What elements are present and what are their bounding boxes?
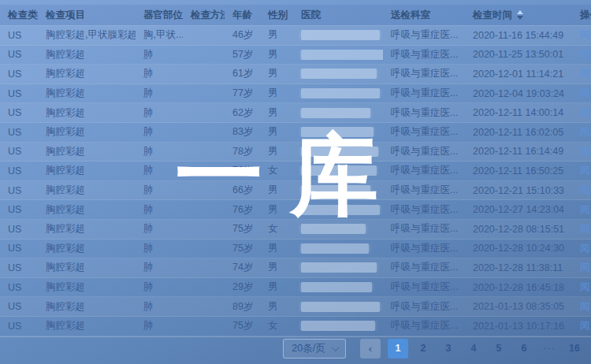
cell-gender: 女 [260, 222, 293, 236]
column-header-label: 检查方法 [191, 9, 225, 22]
cell-hospital [293, 262, 383, 273]
view-images-link[interactable]: 阅片 [580, 320, 591, 331]
cell-gender: 男 [260, 261, 293, 274]
table-row[interactable]: US胸腔彩超肺75岁男呼吸与重症医...2020-12-28 10:24:30阅… [0, 240, 591, 259]
page-button-3[interactable]: 3 [438, 339, 459, 358]
cell-item: 胸腔彩超 [38, 125, 136, 139]
view-images-link[interactable]: 阅片 [580, 165, 591, 176]
cell-item: 胸腔彩超 [38, 280, 136, 294]
view-images-link[interactable]: 阅片 [580, 29, 591, 40]
sort-desc-icon[interactable] [517, 16, 523, 20]
cell-department: 呼吸与重症医... [383, 145, 465, 158]
table-row[interactable]: US胸腔彩超肺57岁男呼吸与重症医...2020-11-25 13:50:01阅… [0, 46, 591, 65]
page-button-6[interactable]: 6 [514, 339, 534, 358]
cell-action: 阅片 [572, 222, 591, 236]
view-images-link[interactable]: 阅片 [580, 184, 591, 195]
table-row[interactable]: US胸腔彩超肺83岁男呼吸与重症医...2020-12-11 16:02:05阅… [0, 123, 591, 143]
hospital-redaction-block [301, 147, 378, 157]
cell-action: 阅片 [572, 280, 591, 294]
page-number-list: 123456···16 [385, 339, 587, 358]
cell-item: 胸腔彩超 [38, 184, 136, 197]
cell-department: 呼吸与重症医... [383, 164, 465, 177]
view-images-link[interactable]: 阅片 [580, 262, 591, 273]
column-header-method: 检查方法 [183, 9, 225, 22]
cell-type: US [0, 107, 38, 118]
cell-action: 阅片 [572, 48, 591, 61]
table-row[interactable]: US胸腔彩超肺78岁男呼吸与重症医...2020-12-11 16:14:49阅… [0, 143, 591, 162]
cell-department: 呼吸与重症医... [383, 125, 465, 139]
cell-type: US [0, 49, 38, 60]
cell-age: 57岁 [225, 48, 260, 61]
exam-table: 检查类型检查项目器官部位检查方法年龄性别医院送检科室检查时间操作 US胸腔彩超,… [0, 5, 591, 337]
page-button-5[interactable]: 5 [489, 339, 509, 358]
cell-time: 2020-12-28 11:38:11 [465, 262, 572, 273]
cell-action: 阅片 [572, 319, 591, 332]
cell-action: 阅片 [572, 125, 591, 139]
cell-organ: 肺 [136, 106, 183, 120]
cell-time: 2020-12-04 19:03:24 [465, 88, 572, 99]
cell-action: 阅片 [572, 67, 591, 80]
sort-carets-icon[interactable] [517, 10, 523, 20]
view-images-link[interactable]: 阅片 [580, 301, 591, 312]
view-images-link[interactable]: 阅片 [580, 204, 591, 215]
page-button-1[interactable]: 1 [388, 339, 408, 358]
exam-list-screen: 检查类型检查项目器官部位检查方法年龄性别医院送检科室检查时间操作 US胸腔彩超,… [0, 0, 591, 364]
cell-hospital [293, 88, 383, 98]
cell-type: US [0, 321, 38, 332]
view-images-link[interactable]: 阅片 [580, 126, 591, 137]
cell-time: 2020-12-28 08:15:51 [465, 224, 572, 235]
cell-type: US [0, 88, 38, 99]
view-images-link[interactable]: 阅片 [580, 68, 591, 79]
cell-time: 2020-12-01 11:14:21 [465, 69, 572, 80]
table-row[interactable]: US胸腔彩超肺62岁男呼吸与重症医...2020-12-11 14:00:14阅… [0, 103, 591, 123]
table-row[interactable]: US胸腔彩超肺66岁男呼吸与重症医...2020-12-21 15:10:33阅… [0, 181, 591, 201]
view-images-link[interactable]: 阅片 [580, 107, 591, 118]
table-row[interactable]: US胸腔彩超肺76岁男呼吸与重症医...2020-12-27 14:23:04阅… [0, 200, 591, 220]
cell-type: US [0, 262, 38, 273]
page-button-2[interactable]: 2 [413, 339, 433, 358]
cell-organ: 肺 [136, 261, 183, 274]
cell-age: 61岁 [225, 67, 260, 80]
view-images-link[interactable]: 阅片 [580, 243, 591, 254]
cell-age: 77岁 [225, 87, 260, 100]
cell-time: 2020-12-11 14:00:14 [465, 107, 572, 118]
view-images-link[interactable]: 阅片 [580, 146, 591, 157]
table-row[interactable]: US胸腔彩超肺75岁女呼吸与重症医...2021-01-13 10:17:16阅… [0, 317, 591, 336]
table-row[interactable]: US胸腔彩超肺89岁男呼吸与重症医...2021-01-13 08:35:05阅… [0, 297, 591, 317]
view-images-link[interactable]: 阅片 [580, 49, 591, 60]
sort-asc-icon[interactable] [517, 10, 523, 14]
cell-organ: 肺 [136, 87, 183, 100]
cell-action: 阅片 [572, 87, 591, 100]
table-row[interactable]: US胸腔彩超肺75岁女呼吸与重症医...2020-12-28 08:15:51阅… [0, 220, 591, 240]
cell-hospital [293, 224, 383, 234]
page-button-16[interactable]: 16 [564, 339, 585, 358]
hospital-redaction-block [301, 243, 369, 254]
table-row[interactable]: US胸腔彩超肺61岁男呼吸与重症医...2020-12-01 11:14:21阅… [0, 65, 591, 84]
cell-time: 2020-12-11 16:02:05 [465, 127, 572, 138]
table-row[interactable]: US胸腔彩超肺74岁男呼吸与重症医...2020-12-28 11:38:11阅… [0, 258, 591, 278]
cell-department: 呼吸与重症医... [383, 280, 465, 294]
column-header-hospital: 医院 [293, 9, 383, 22]
prev-page-button[interactable]: ‹ [360, 339, 381, 358]
view-images-link[interactable]: 阅片 [580, 281, 591, 292]
column-header-time[interactable]: 检查时间 [465, 9, 572, 22]
table-row[interactable]: US胸腔彩超肺77岁男呼吸与重症医...2020-12-04 19:03:24阅… [0, 84, 591, 104]
table-row[interactable]: US胸腔彩超肺29岁男呼吸与重症医...2020-12-28 16:45:18阅… [0, 278, 591, 298]
cell-item: 胸腔彩超 [38, 67, 136, 80]
view-images-link[interactable]: 阅片 [580, 87, 591, 98]
table-row[interactable]: US胸腔彩超,甲状腺彩超胸,甲状...46岁男呼吸与重症医...2020-11-… [0, 26, 591, 46]
cell-type: US [0, 30, 38, 41]
cell-action: 阅片 [572, 164, 591, 177]
cell-item: 胸腔彩超 [38, 203, 136, 217]
cell-age: 74岁 [225, 261, 260, 274]
hospital-redaction-block [301, 108, 370, 118]
cell-hospital [293, 321, 383, 331]
cell-action: 阅片 [572, 145, 591, 158]
cell-hospital [293, 108, 383, 118]
table-row[interactable]: US胸腔彩超肺76岁女呼吸与重症医...2020-12-11 16:50:25阅… [0, 162, 591, 181]
page-button-4[interactable]: 4 [463, 339, 484, 358]
view-images-link[interactable]: 阅片 [580, 223, 591, 234]
cell-type: US [0, 185, 38, 196]
cell-organ: 肺 [136, 242, 183, 255]
page-size-select[interactable]: 20条/页 [283, 339, 346, 358]
